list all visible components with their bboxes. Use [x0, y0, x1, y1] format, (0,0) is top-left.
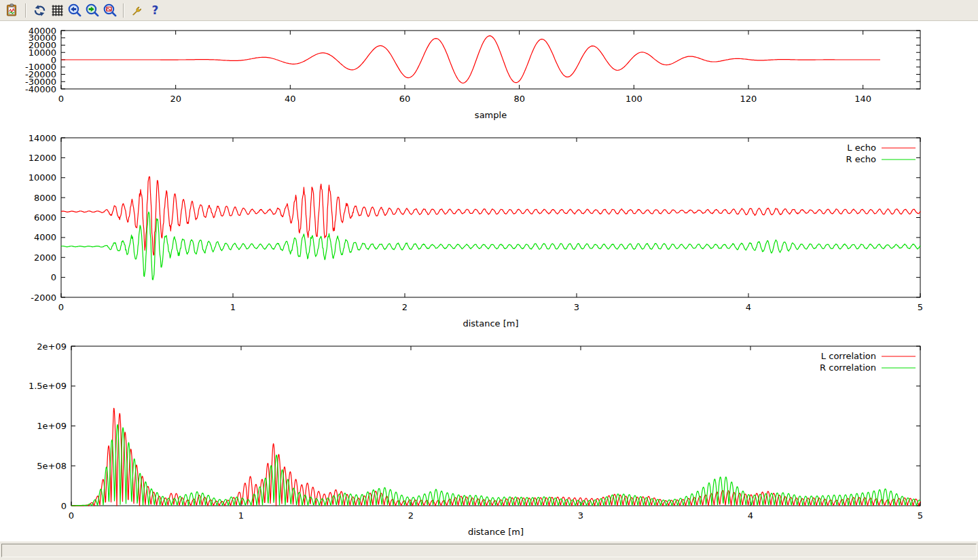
svg-text:?: ?	[151, 4, 158, 17]
x-tick-label: 4	[746, 302, 751, 312]
x-tick-label: 1	[230, 302, 236, 312]
apply-autoscale-button[interactable]	[101, 1, 119, 19]
x-tick-label: 3	[574, 302, 579, 312]
y-tick-label: 6000	[34, 212, 56, 223]
y-tick-label: 12000	[29, 153, 56, 163]
series-r-echo-line	[61, 212, 920, 280]
chart-echo-frame	[61, 138, 920, 297]
plot-canvas[interactable]: 020406080100120140400003000020000100000-…	[0, 21, 978, 541]
x-tick-label: 60	[399, 94, 411, 104]
y-tick-label: 14000	[29, 133, 56, 143]
chart-pulse: 020406080100120140400003000020000100000-…	[25, 26, 920, 121]
y-tick-label: -2000	[31, 293, 56, 303]
chart-correlation: 0123452e+091.5e+091e+095e+080distance [m…	[29, 341, 923, 538]
x-tick-label: 3	[578, 510, 583, 521]
y-tick-label: 2000	[34, 253, 56, 263]
x-axis-label: distance [m]	[468, 527, 524, 537]
zoom-autoscale-icon	[103, 3, 117, 17]
x-tick-label: 0	[58, 302, 64, 312]
y-tick-label: 4000	[34, 232, 56, 242]
clipboard-icon	[5, 3, 19, 17]
help-icon: ?	[149, 4, 162, 17]
x-tick-label: 5	[918, 510, 923, 521]
y-tick-label: -40000	[25, 84, 56, 94]
x-tick-label: 1	[238, 510, 244, 521]
plots-svg[interactable]: 020406080100120140400003000020000100000-…	[0, 21, 978, 541]
toolbar: ?	[0, 0, 978, 21]
x-tick-label: 5	[918, 302, 923, 312]
x-tick-label: 0	[69, 510, 74, 521]
toggle-grid-button[interactable]	[48, 1, 66, 19]
y-tick-label: 1.5e+09	[29, 381, 67, 391]
x-tick-label: 2	[408, 510, 414, 521]
series-pulse-line	[61, 36, 880, 83]
x-axis-label: sample	[475, 110, 507, 120]
x-tick-label: 2	[402, 302, 408, 312]
x-tick-label: 100	[626, 94, 642, 104]
status-field	[1, 544, 977, 557]
zoom-next-icon	[86, 3, 99, 17]
help-button[interactable]: ?	[146, 1, 164, 19]
replot-button[interactable]	[31, 1, 48, 19]
replot-icon	[33, 4, 46, 17]
x-tick-label: 120	[740, 94, 757, 104]
y-tick-label: 5e+08	[37, 461, 67, 471]
legend-label: R correlation	[820, 362, 876, 373]
toolbar-separator	[25, 3, 26, 18]
x-tick-label: 80	[513, 94, 525, 104]
x-tick-label: 20	[170, 94, 181, 104]
legend-label: L correlation	[821, 351, 876, 361]
chart-echo-legend: L echoR echo	[846, 143, 916, 164]
chart-correlation-legend: L correlationR correlation	[820, 351, 916, 373]
zoom-next-button[interactable]	[84, 1, 101, 19]
y-tick-label: 10000	[29, 172, 56, 183]
configure-terminal-button[interactable]	[128, 1, 146, 19]
x-axis-label: distance [m]	[463, 318, 518, 329]
y-tick-label: 2e+09	[37, 341, 67, 352]
legend-label: L echo	[847, 143, 876, 153]
copy-to-clipboard-button[interactable]	[3, 1, 21, 19]
chart-echo: 01234514000120001000080006000400020000-2…	[29, 133, 924, 329]
toolbar-separator	[123, 3, 124, 18]
series-l-correlation-line	[71, 408, 920, 506]
y-tick-label: 1e+09	[37, 421, 67, 431]
series-r-correlation-line	[71, 424, 920, 506]
y-tick-label: 0	[51, 272, 56, 282]
wrench-icon	[131, 4, 144, 17]
legend-label: R echo	[846, 154, 876, 164]
zoom-previous-icon	[68, 3, 82, 17]
y-tick-label: 0	[61, 501, 67, 511]
chart-correlation-frame	[71, 346, 920, 506]
status-bar	[0, 541, 978, 560]
y-tick-label: 8000	[34, 193, 56, 203]
grid-icon	[51, 4, 64, 17]
x-tick-label: 0	[58, 94, 64, 104]
x-tick-label: 40	[285, 94, 296, 104]
x-tick-label: 140	[854, 94, 871, 104]
zoom-previous-button[interactable]	[66, 1, 84, 19]
x-tick-label: 4	[748, 510, 753, 521]
